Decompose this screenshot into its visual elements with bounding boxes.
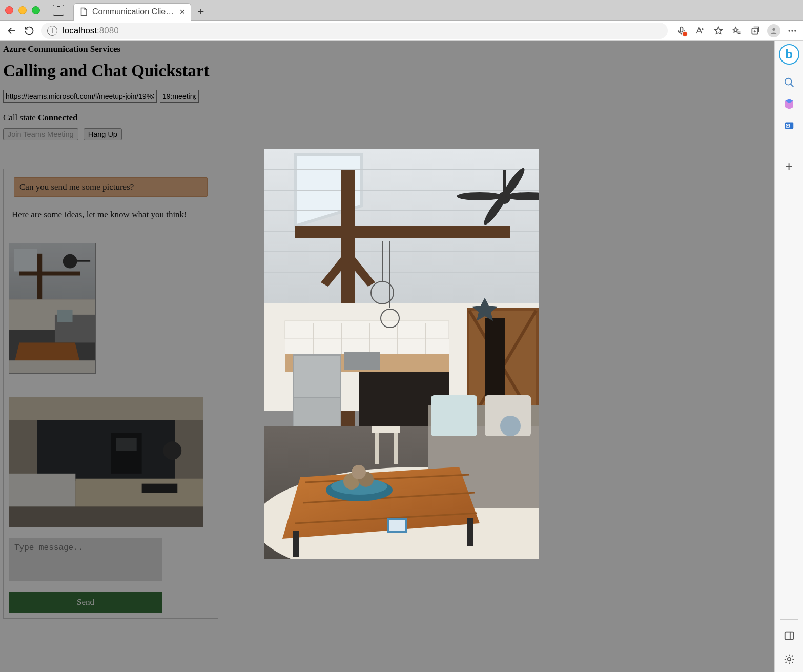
svg-point-2 <box>772 28 775 30</box>
window-maximize-icon[interactable] <box>32 6 40 14</box>
bing-copilot-button[interactable]: b <box>779 44 799 65</box>
svg-rect-55 <box>285 321 449 339</box>
refresh-icon <box>24 26 34 36</box>
read-aloud-icon[interactable] <box>692 23 708 38</box>
svg-rect-93 <box>389 520 405 531</box>
tab-close-icon[interactable]: ✕ <box>179 8 186 16</box>
svg-rect-80 <box>394 433 398 464</box>
sidebar-add-button[interactable]: + <box>781 158 797 174</box>
svg-point-91 <box>352 465 366 479</box>
page-icon <box>79 7 88 16</box>
tab-title: Communication Client - Calling <box>92 7 174 16</box>
more-menu-button[interactable] <box>785 23 800 38</box>
back-button[interactable] <box>3 22 20 39</box>
svg-rect-75 <box>431 395 477 436</box>
url-host: localhost <box>63 26 97 36</box>
new-tab-button[interactable]: + <box>194 5 208 18</box>
svg-rect-0 <box>681 27 683 32</box>
refresh-button[interactable] <box>20 22 38 39</box>
svg-rect-79 <box>375 433 379 464</box>
svg-point-39 <box>457 192 503 200</box>
svg-point-94 <box>785 78 791 85</box>
svg-rect-86 <box>467 518 473 546</box>
svg-line-95 <box>790 84 793 87</box>
svg-rect-43 <box>295 226 510 238</box>
site-info-icon[interactable]: i <box>47 26 57 36</box>
edge-sidebar: b + <box>774 41 803 672</box>
window-close-icon[interactable] <box>5 6 13 14</box>
svg-rect-66 <box>344 352 380 370</box>
window-titlebar: Communication Client - Calling ✕ + <box>0 0 803 21</box>
svg-point-101 <box>787 658 790 661</box>
sidebar-settings-icon[interactable] <box>781 651 797 667</box>
url-port: :8080 <box>97 26 119 36</box>
svg-point-5 <box>794 30 796 31</box>
sidebar-m365-icon[interactable] <box>781 96 797 112</box>
favorites-list-icon[interactable] <box>729 23 745 38</box>
lightbox-image[interactable] <box>264 149 539 559</box>
svg-point-3 <box>789 30 790 31</box>
collections-icon[interactable] <box>748 23 763 38</box>
microphone-icon[interactable] <box>674 23 689 38</box>
sidebar-collapse-icon[interactable] <box>781 628 797 643</box>
svg-rect-64 <box>294 356 340 397</box>
window-traffic-lights <box>5 6 40 14</box>
favorite-star-icon[interactable] <box>711 23 726 38</box>
toolbar-right <box>674 23 800 38</box>
svg-rect-85 <box>293 531 299 557</box>
arrow-left-icon <box>6 25 17 36</box>
browser-toolbar: i localhost:8080 <box>0 21 803 41</box>
sidebar-outlook-icon[interactable] <box>781 118 797 133</box>
svg-rect-99 <box>785 632 793 640</box>
vertical-tabs-button[interactable] <box>53 5 64 16</box>
living-room-enlarged-icon <box>264 149 539 559</box>
window-minimize-icon[interactable] <box>18 6 27 14</box>
address-bar[interactable]: i localhost:8080 <box>41 23 668 39</box>
profile-button[interactable] <box>766 23 781 38</box>
image-lightbox-overlay[interactable] <box>0 41 803 672</box>
svg-rect-78 <box>372 426 400 433</box>
page-viewport: Azure Communication Services Calling and… <box>0 41 803 672</box>
sidebar-search-icon[interactable] <box>781 75 797 90</box>
avatar-icon <box>767 24 780 37</box>
svg-point-4 <box>791 30 793 31</box>
browser-tab-active[interactable]: Communication Client - Calling ✕ <box>73 3 191 21</box>
svg-point-77 <box>500 416 521 436</box>
